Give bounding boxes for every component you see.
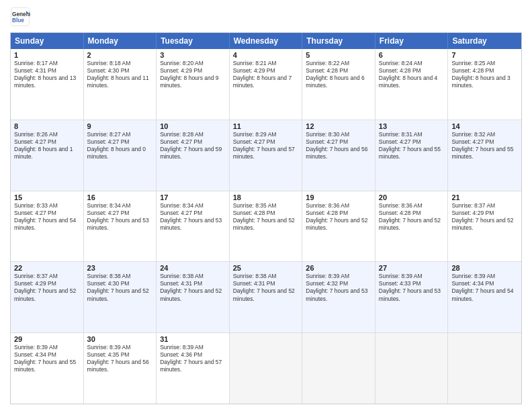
cell-info: Sunrise: 8:33 AMSunset: 4:27 PMDaylight:…: [14, 202, 76, 231]
day-number: 11: [233, 122, 299, 130]
calendar-cell: 6 Sunrise: 8:24 AMSunset: 4:28 PMDayligh…: [375, 49, 449, 120]
cell-info: Sunrise: 8:38 AMSunset: 4:31 PMDaylight:…: [160, 273, 222, 302]
calendar-cell: [302, 333, 375, 404]
svg-text:General: General: [12, 11, 30, 17]
calendar-row-1: 1 Sunrise: 8:17 AMSunset: 4:31 PMDayligh…: [11, 49, 521, 120]
cell-info: Sunrise: 8:37 AMSunset: 4:29 PMDaylight:…: [14, 273, 76, 302]
day-number: 1: [14, 51, 80, 59]
header-day-tuesday: Tuesday: [157, 33, 230, 49]
header-day-wednesday: Wednesday: [230, 33, 303, 49]
calendar-cell: 30 Sunrise: 8:39 AMSunset: 4:35 PMDaylig…: [84, 333, 157, 404]
cell-info: Sunrise: 8:34 AMSunset: 4:27 PMDaylight:…: [87, 202, 149, 231]
cell-info: Sunrise: 8:28 AMSunset: 4:27 PMDaylight:…: [160, 131, 222, 160]
header-day-thursday: Thursday: [302, 33, 375, 49]
calendar-cell: 23 Sunrise: 8:38 AMSunset: 4:30 PMDaylig…: [84, 262, 157, 332]
calendar-header: SundayMondayTuesdayWednesdayThursdayFrid…: [11, 33, 521, 49]
day-number: 27: [379, 264, 445, 272]
cell-info: Sunrise: 8:24 AMSunset: 4:28 PMDaylight:…: [379, 60, 437, 89]
day-number: 31: [160, 335, 226, 343]
cell-info: Sunrise: 8:31 AMSunset: 4:27 PMDaylight:…: [379, 131, 441, 160]
calendar-cell: 7 Sunrise: 8:25 AMSunset: 4:28 PMDayligh…: [448, 49, 521, 120]
day-number: 15: [14, 193, 80, 201]
day-number: 10: [160, 122, 226, 130]
day-number: 12: [306, 122, 371, 130]
calendar-cell: [375, 333, 449, 404]
day-number: 24: [160, 264, 226, 272]
day-number: 16: [87, 193, 153, 201]
cell-info: Sunrise: 8:22 AMSunset: 4:28 PMDaylight:…: [306, 60, 364, 89]
cell-info: Sunrise: 8:39 AMSunset: 4:35 PMDaylight:…: [87, 344, 149, 373]
calendar-cell: 26 Sunrise: 8:39 AMSunset: 4:32 PMDaylig…: [302, 262, 375, 332]
calendar-cell: 24 Sunrise: 8:38 AMSunset: 4:31 PMDaylig…: [157, 262, 230, 332]
calendar-cell: 29 Sunrise: 8:39 AMSunset: 4:34 PMDaylig…: [11, 333, 84, 404]
calendar-cell: 20 Sunrise: 8:36 AMSunset: 4:28 PMDaylig…: [375, 191, 449, 262]
cell-info: Sunrise: 8:36 AMSunset: 4:28 PMDaylight:…: [306, 202, 367, 231]
day-number: 9: [87, 122, 153, 130]
cell-info: Sunrise: 8:27 AMSunset: 4:27 PMDaylight:…: [87, 131, 146, 160]
cell-info: Sunrise: 8:38 AMSunset: 4:30 PMDaylight:…: [87, 273, 149, 302]
cell-info: Sunrise: 8:30 AMSunset: 4:27 PMDaylight:…: [306, 131, 367, 160]
header-day-friday: Friday: [375, 33, 449, 49]
day-number: 21: [451, 193, 518, 201]
day-number: 6: [379, 51, 445, 59]
calendar-cell: 9 Sunrise: 8:27 AMSunset: 4:27 PMDayligh…: [84, 120, 157, 191]
day-number: 8: [14, 122, 80, 130]
calendar-row-2: 8 Sunrise: 8:26 AMSunset: 4:27 PMDayligh…: [11, 120, 521, 191]
day-number: 19: [306, 193, 371, 201]
cell-info: Sunrise: 8:20 AMSunset: 4:29 PMDaylight:…: [160, 60, 218, 89]
cell-info: Sunrise: 8:39 AMSunset: 4:34 PMDaylight:…: [14, 344, 76, 373]
day-number: 22: [14, 264, 80, 272]
day-number: 2: [87, 51, 153, 59]
calendar: SundayMondayTuesdayWednesdayThursdayFrid…: [10, 32, 522, 404]
calendar-cell: 17 Sunrise: 8:34 AMSunset: 4:27 PMDaylig…: [157, 191, 230, 262]
day-number: 3: [160, 51, 226, 59]
calendar-row-3: 15 Sunrise: 8:33 AMSunset: 4:27 PMDaylig…: [11, 191, 521, 262]
cell-info: Sunrise: 8:39 AMSunset: 4:36 PMDaylight:…: [160, 344, 222, 373]
day-number: 13: [379, 122, 445, 130]
header-day-sunday: Sunday: [11, 33, 84, 49]
calendar-cell: 28 Sunrise: 8:39 AMSunset: 4:34 PMDaylig…: [448, 262, 521, 332]
header-day-saturday: Saturday: [448, 33, 521, 49]
logo-icon: General Blue: [10, 7, 30, 27]
calendar-cell: 15 Sunrise: 8:33 AMSunset: 4:27 PMDaylig…: [11, 191, 84, 262]
cell-info: Sunrise: 8:37 AMSunset: 4:29 PMDaylight:…: [451, 202, 513, 231]
cell-info: Sunrise: 8:32 AMSunset: 4:27 PMDaylight:…: [451, 131, 513, 160]
calendar-cell: 25 Sunrise: 8:38 AMSunset: 4:31 PMDaylig…: [230, 262, 303, 332]
calendar-cell: 3 Sunrise: 8:20 AMSunset: 4:29 PMDayligh…: [157, 49, 230, 120]
cell-info: Sunrise: 8:25 AMSunset: 4:28 PMDaylight:…: [451, 60, 510, 89]
calendar-cell: 11 Sunrise: 8:29 AMSunset: 4:27 PMDaylig…: [230, 120, 303, 191]
day-number: 18: [233, 193, 299, 201]
day-number: 4: [233, 51, 299, 59]
day-number: 23: [87, 264, 153, 272]
calendar-cell: 31 Sunrise: 8:39 AMSunset: 4:36 PMDaylig…: [157, 333, 230, 404]
logo: General Blue: [10, 7, 33, 27]
calendar-body: 1 Sunrise: 8:17 AMSunset: 4:31 PMDayligh…: [11, 49, 521, 404]
day-number: 20: [379, 193, 445, 201]
calendar-cell: 1 Sunrise: 8:17 AMSunset: 4:31 PMDayligh…: [11, 49, 84, 120]
calendar-cell: 12 Sunrise: 8:30 AMSunset: 4:27 PMDaylig…: [302, 120, 375, 191]
day-number: 17: [160, 193, 226, 201]
calendar-cell: 14 Sunrise: 8:32 AMSunset: 4:27 PMDaylig…: [448, 120, 521, 191]
calendar-cell: 27 Sunrise: 8:39 AMSunset: 4:33 PMDaylig…: [375, 262, 449, 332]
day-number: 29: [14, 335, 80, 343]
calendar-cell: 18 Sunrise: 8:35 AMSunset: 4:28 PMDaylig…: [230, 191, 303, 262]
calendar-cell: 10 Sunrise: 8:28 AMSunset: 4:27 PMDaylig…: [157, 120, 230, 191]
cell-info: Sunrise: 8:29 AMSunset: 4:27 PMDaylight:…: [233, 131, 295, 160]
calendar-cell: 22 Sunrise: 8:37 AMSunset: 4:29 PMDaylig…: [11, 262, 84, 332]
calendar-cell: 19 Sunrise: 8:36 AMSunset: 4:28 PMDaylig…: [302, 191, 375, 262]
calendar-cell: 21 Sunrise: 8:37 AMSunset: 4:29 PMDaylig…: [448, 191, 521, 262]
day-number: 5: [306, 51, 371, 59]
page: General Blue SundayMondayTuesdayWednesda…: [0, 0, 532, 411]
cell-info: Sunrise: 8:39 AMSunset: 4:32 PMDaylight:…: [306, 273, 367, 302]
header-day-monday: Monday: [84, 33, 157, 49]
day-number: 14: [451, 122, 518, 130]
cell-info: Sunrise: 8:35 AMSunset: 4:28 PMDaylight:…: [233, 202, 295, 231]
calendar-cell: 2 Sunrise: 8:18 AMSunset: 4:30 PMDayligh…: [84, 49, 157, 120]
cell-info: Sunrise: 8:18 AMSunset: 4:30 PMDaylight:…: [87, 60, 149, 89]
cell-info: Sunrise: 8:38 AMSunset: 4:31 PMDaylight:…: [233, 273, 295, 302]
day-number: 25: [233, 264, 299, 272]
calendar-cell: 16 Sunrise: 8:34 AMSunset: 4:27 PMDaylig…: [84, 191, 157, 262]
cell-info: Sunrise: 8:34 AMSunset: 4:27 PMDaylight:…: [160, 202, 222, 231]
day-number: 28: [451, 264, 518, 272]
cell-info: Sunrise: 8:17 AMSunset: 4:31 PMDaylight:…: [14, 60, 76, 89]
